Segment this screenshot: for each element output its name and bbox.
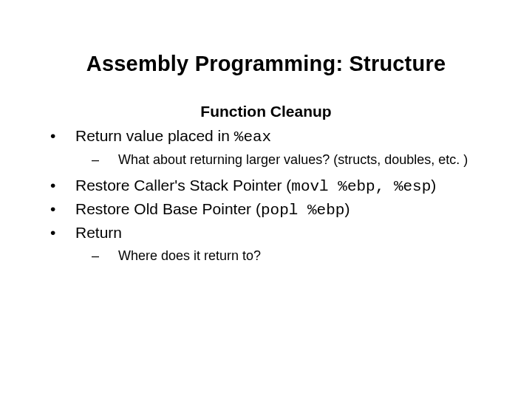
bullet-text: Where does it return to? (118, 248, 488, 265)
bullet-level2: – Where does it return to? (92, 248, 488, 265)
text-run: Return value placed in (75, 127, 234, 144)
bullet-level1: • Return value placed in %eax (49, 126, 488, 147)
text-run: Restore Old Base Pointer ( (75, 200, 261, 217)
bullet-dot-icon: • (49, 126, 75, 146)
bullet-level1: • Restore Caller's Stack Pointer (movl %… (49, 176, 488, 197)
bullet-level1: • Restore Old Base Pointer (popl %ebp) (49, 200, 488, 220)
bullet-text: Restore Caller's Stack Pointer (movl %eb… (75, 176, 488, 197)
bullet-text: Return (75, 223, 488, 242)
bullet-text: What about returning larger values? (str… (118, 151, 488, 168)
bullet-dash-icon: – (92, 248, 118, 265)
code-run: %eax (234, 129, 271, 146)
slide-title: Assembly Programming: Structure (44, 52, 488, 76)
bullet-dot-icon: • (49, 223, 75, 242)
bullet-text: Restore Old Base Pointer (popl %ebp) (75, 200, 488, 220)
bullet-dot-icon: • (49, 200, 75, 219)
bullet-dash-icon: – (92, 151, 118, 168)
bullet-level1: • Return (49, 223, 488, 242)
bullet-text: Return value placed in %eax (75, 126, 488, 147)
section-subtitle: Function Cleanup (44, 103, 488, 120)
slide: Assembly Programming: Structure Function… (0, 0, 532, 264)
text-run: ) (431, 177, 436, 194)
code-run: popl %ebp (261, 202, 344, 219)
text-run: ) (344, 200, 349, 217)
code-run: movl %ebp, %esp (291, 178, 431, 195)
text-run: Restore Caller's Stack Pointer ( (75, 177, 291, 194)
bullet-dot-icon: • (49, 176, 75, 195)
bullet-level2: – What about returning larger values? (s… (92, 151, 488, 168)
